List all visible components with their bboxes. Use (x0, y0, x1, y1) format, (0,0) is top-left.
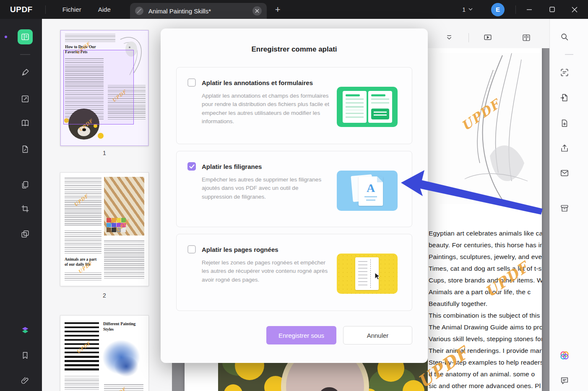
page-plus-icon (560, 119, 569, 128)
export-button[interactable] (557, 90, 572, 105)
page-count-dropdown[interactable]: 1 (462, 6, 473, 13)
pdf-text-line: beauty. For centuries, this horse has in… (429, 239, 542, 251)
tab-close-button[interactable] (252, 6, 262, 16)
page-number-2: 2 (60, 292, 148, 299)
cursor-icon (375, 272, 380, 280)
attachment-panel-button[interactable] (18, 373, 33, 388)
annotate-tool-button[interactable] (18, 65, 33, 80)
new-tab-button[interactable]: + (275, 4, 281, 15)
crop-icon (21, 204, 30, 213)
text-lines-placeholder (65, 376, 99, 391)
comment-tool-button[interactable] (18, 142, 33, 157)
menu-fichier[interactable]: Fichier (62, 6, 81, 13)
thumbnails-panel-button[interactable] (18, 29, 33, 44)
close-icon (255, 9, 259, 13)
mail-icon (560, 168, 569, 178)
reading-mode-button[interactable] (520, 31, 533, 44)
menu-aide[interactable]: Aide (98, 6, 111, 13)
pages-copy-icon (21, 229, 30, 238)
active-panel-indicator (5, 36, 7, 38)
flower-decoration (224, 384, 242, 391)
text-lines-placeholder (65, 272, 101, 282)
option-description: Empêcher les autres de supprimer les fil… (202, 176, 330, 201)
reader-mode-button[interactable] (18, 116, 33, 131)
option-flatten-cropped-pages[interactable]: Aplatir les pages rognées Rejeter les zo… (176, 234, 412, 311)
share-button[interactable] (557, 141, 572, 156)
crop-tool-button[interactable] (18, 201, 33, 216)
ai-assistant-icon (559, 350, 570, 360)
text-lines-placeholder (65, 230, 101, 255)
export-doc-icon (560, 93, 569, 102)
user-avatar[interactable]: E (491, 3, 505, 16)
thumb2-caption: Animals are a part of our daily life (65, 257, 100, 267)
edit-page-icon (21, 94, 30, 104)
ocr-button[interactable] (557, 65, 572, 80)
maximize-button[interactable] (544, 0, 559, 19)
comments-panel-button[interactable] (557, 373, 572, 388)
toolbar-divider (468, 33, 469, 42)
document-tab-title: Animal Painting Skills* (148, 8, 252, 15)
left-tool-rail (0, 19, 42, 391)
flatten-watermarks-checkbox[interactable] (187, 162, 196, 171)
pdf-text-line: The Animal Drawing Guide aims to provi (429, 321, 542, 333)
chevron-down-icon (468, 8, 473, 11)
stamp-tool-button[interactable] (18, 226, 33, 241)
pdf-text-line: Beautifully together. (429, 298, 542, 310)
ai-assistant-button[interactable] (557, 348, 572, 363)
cancel-button[interactable]: Annuler (343, 326, 412, 344)
organize-pages-button[interactable] (18, 177, 33, 192)
annotations-illustration (337, 87, 398, 127)
mail-button[interactable] (557, 166, 572, 181)
flower-decoration (98, 133, 104, 139)
pen-icon (21, 68, 30, 77)
collapse-toolbar-button[interactable] (442, 31, 456, 44)
minimize-button[interactable] (522, 0, 537, 19)
text-lines-placeholder (104, 241, 144, 280)
option-description: Applatir les annotations et champs des f… (202, 92, 330, 126)
option-label: Aplatir les filigranes (202, 163, 262, 170)
maximize-icon (549, 7, 555, 12)
page-thumbnail-1[interactable]: How to Draw Our Favorite Pets UPDF UPDF … (60, 30, 148, 146)
open-book-icon (21, 119, 30, 128)
titlebar: UPDF Fichier Aide Animal Painting Skills… (0, 0, 588, 19)
flatten-cropped-pages-checkbox[interactable] (187, 245, 196, 254)
layers-icon (21, 326, 30, 335)
watercolor-blob (114, 356, 138, 377)
watermark-illustration: A (337, 171, 398, 211)
page-thumbnail-3[interactable]: Different Painting Styles UPDF UPDF (60, 316, 148, 391)
share-icon (560, 144, 569, 153)
illustration-page (355, 257, 379, 290)
rail-divider (20, 54, 30, 55)
document-tab[interactable]: Animal Painting Skills* (130, 3, 267, 19)
edit-pdf-button[interactable] (18, 91, 33, 106)
dog-nose (320, 387, 339, 391)
option-flatten-watermarks[interactable]: Aplatir les filigranes Empêcher les autr… (176, 151, 412, 227)
pdf-text-line: Paintings, sculptures, jewelry, and even (429, 251, 542, 263)
presentation-icon (483, 33, 492, 42)
archive-box-icon (560, 204, 569, 213)
bookmark-icon (21, 351, 30, 360)
layers-panel-button[interactable] (18, 323, 33, 338)
pdf-text-line: sic and other more advanced ones. Pl (429, 380, 542, 391)
slideshow-button[interactable] (481, 31, 494, 44)
extract-page-button[interactable] (557, 116, 572, 131)
app-logo: UPDF (10, 5, 33, 14)
minimize-icon (526, 7, 532, 13)
option-flatten-annotations[interactable]: Aplatir les annotations et formulaires A… (176, 67, 412, 144)
titlebar-divider (515, 5, 516, 14)
dialog-title: Enregistrer comme aplati (161, 28, 428, 54)
illustration-page (368, 91, 392, 123)
search-button[interactable] (557, 29, 572, 44)
annotation-arrow (398, 168, 545, 218)
page-thumbnail-2[interactable]: Animals are a part of our daily life UPD… (60, 173, 148, 286)
save-file-button[interactable] (557, 201, 572, 216)
bookmark-panel-button[interactable] (18, 348, 33, 363)
save-as-button[interactable]: Enregistrer sous (266, 326, 336, 344)
flatten-annotations-checkbox[interactable] (187, 78, 196, 87)
close-window-button[interactable] (567, 0, 582, 19)
option-label: Aplatir les pages rognées (202, 246, 278, 253)
page-count-value: 1 (462, 6, 466, 13)
book-pages-icon (522, 33, 531, 42)
selection-rectangle[interactable] (63, 50, 134, 124)
flower-decoration (94, 124, 97, 128)
